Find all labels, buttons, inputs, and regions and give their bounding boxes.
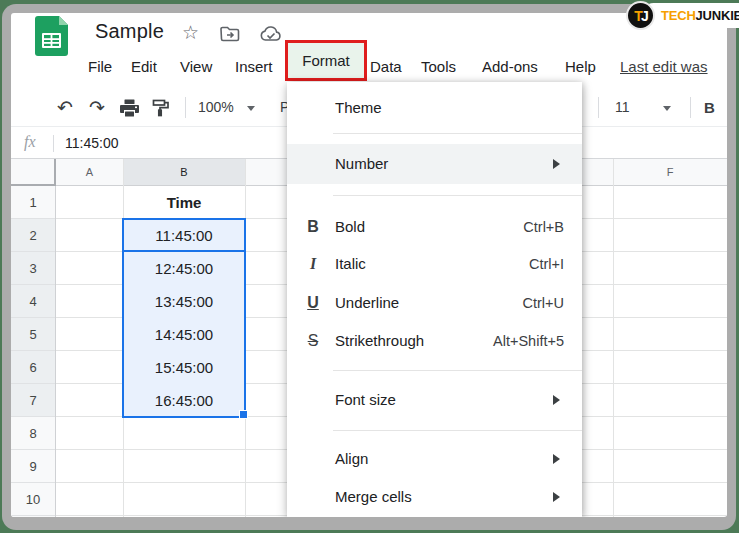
- cell-b7[interactable]: 16:45:00: [123, 384, 245, 417]
- submenu-arrow-icon: [553, 395, 560, 405]
- menu-item-italic[interactable]: I Italic Ctrl+I: [287, 245, 582, 283]
- row-header-8[interactable]: 8: [11, 417, 55, 450]
- column-header-b[interactable]: B: [123, 159, 245, 185]
- cell-b1[interactable]: Time: [123, 186, 245, 219]
- row-header-10[interactable]: 10: [11, 483, 55, 516]
- submenu-arrow-icon: [553, 492, 560, 502]
- menu-insert[interactable]: Insert: [235, 54, 273, 80]
- print-button[interactable]: [117, 88, 141, 127]
- techjunkie-logo: TECHJUNKIE: [641, 3, 739, 28]
- menu-separator: [333, 370, 582, 371]
- menu-addons[interactable]: Add-ons: [482, 54, 538, 80]
- select-all-corner[interactable]: [11, 159, 56, 186]
- redo-button[interactable]: ↷: [85, 88, 109, 127]
- menu-tools[interactable]: Tools: [421, 54, 456, 80]
- google-sheets-logo[interactable]: [35, 16, 68, 56]
- cell-b3[interactable]: 12:45:00: [123, 252, 245, 285]
- menu-separator: [333, 430, 582, 431]
- row-header-3[interactable]: 3: [11, 252, 55, 285]
- toolbar-separator: [598, 97, 599, 118]
- bold-icon: B: [301, 208, 325, 246]
- menu-file[interactable]: File: [88, 54, 112, 80]
- zoom-select[interactable]: 100%: [198, 88, 234, 127]
- techjunkie-tech-text: TECH: [661, 8, 696, 23]
- menu-item-number[interactable]: Number: [287, 144, 582, 184]
- submenu-arrow-icon: [553, 454, 560, 464]
- menu-view[interactable]: View: [180, 54, 212, 80]
- menu-item-strikethrough[interactable]: S Strikethrough Alt+Shift+5: [287, 322, 582, 360]
- formula-input[interactable]: 11:45:00: [65, 135, 118, 151]
- cell-b5[interactable]: 14:45:00: [123, 318, 245, 351]
- sheets-app-window: Sample ☆ File Edit View Insert Format Da…: [11, 13, 727, 517]
- toolbar-separator: [690, 97, 691, 118]
- menu-edit[interactable]: Edit: [131, 54, 157, 80]
- cell-b2[interactable]: 11:45:00: [123, 219, 245, 252]
- font-size-caret-icon[interactable]: [663, 106, 671, 111]
- zoom-caret-icon[interactable]: [247, 106, 255, 111]
- column-header-f[interactable]: F: [613, 159, 727, 185]
- techjunkie-junkie-text: JUNKIE: [696, 8, 739, 23]
- menu-item-underline[interactable]: U Underline Ctrl+U: [287, 284, 582, 322]
- menu-item-theme[interactable]: Theme: [287, 89, 582, 127]
- row-header-4[interactable]: 4: [11, 285, 55, 318]
- menu-item-merge-cells[interactable]: Merge cells: [287, 478, 582, 516]
- menu-separator: [333, 133, 582, 134]
- row-header-9[interactable]: 9: [11, 450, 55, 483]
- toolbar-separator: [185, 97, 186, 118]
- row-header-1[interactable]: 1: [11, 186, 55, 219]
- menu-format-highlighted[interactable]: Format: [285, 40, 367, 81]
- undo-button[interactable]: ↶: [53, 88, 77, 127]
- menu-data[interactable]: Data: [370, 54, 402, 80]
- cell-b6[interactable]: 15:45:00: [123, 351, 245, 384]
- row-headers: 1 2 3 4 5 6 7 8 9 10: [11, 186, 56, 517]
- row-header-5[interactable]: 5: [11, 318, 55, 351]
- italic-icon: I: [301, 245, 325, 283]
- row-header-2[interactable]: 2: [11, 219, 55, 252]
- move-folder-icon[interactable]: [220, 26, 240, 42]
- font-size-select[interactable]: 11: [615, 88, 630, 127]
- row-header-6[interactable]: 6: [11, 351, 55, 384]
- menu-item-align[interactable]: Align: [287, 440, 582, 478]
- paint-format-button[interactable]: [149, 88, 173, 127]
- active-cell-border: [123, 250, 245, 252]
- column-header-a[interactable]: A: [56, 159, 123, 185]
- cell-b4[interactable]: 13:45:00: [123, 285, 245, 318]
- grid-line-vertical: [613, 159, 614, 517]
- page-background: Sample ☆ File Edit View Insert Format Da…: [0, 0, 739, 533]
- menu-item-font-size[interactable]: Font size: [287, 381, 582, 419]
- bold-button[interactable]: B: [704, 88, 715, 127]
- row-header-7[interactable]: 7: [11, 384, 55, 417]
- strikethrough-icon: S: [301, 322, 325, 360]
- document-title[interactable]: Sample: [95, 20, 164, 43]
- menu-help[interactable]: Help: [565, 54, 596, 80]
- screenshot-frame: Sample ☆ File Edit View Insert Format Da…: [2, 4, 736, 530]
- submenu-arrow-icon: [553, 159, 560, 169]
- formula-bar-separator: [53, 135, 54, 152]
- cloud-saved-icon[interactable]: [260, 26, 282, 42]
- format-menu-dropdown: Theme Number B Bold Ctrl+B I Italic Ctrl…: [287, 82, 582, 517]
- grid-line-vertical: [245, 159, 246, 517]
- star-icon[interactable]: ☆: [182, 21, 199, 44]
- underline-icon: U: [301, 284, 325, 322]
- last-edit-link[interactable]: Last edit was: [620, 54, 708, 80]
- menu-separator: [333, 195, 582, 196]
- fx-icon: fx: [24, 133, 36, 151]
- techjunkie-badge-icon: TJ: [626, 1, 655, 30]
- menu-item-bold[interactable]: B Bold Ctrl+B: [287, 208, 582, 246]
- fill-handle[interactable]: [239, 410, 248, 419]
